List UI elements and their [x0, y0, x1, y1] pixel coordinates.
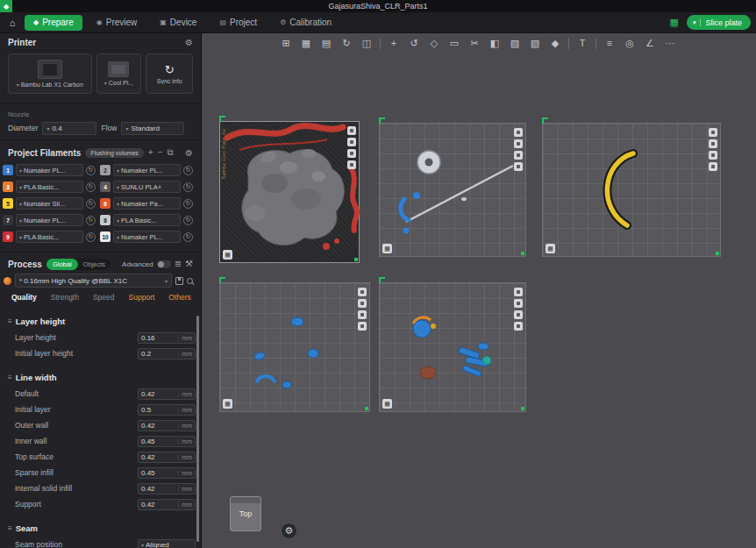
param-tab-strength[interactable]: Strength [44, 293, 86, 302]
plate-lock-button[interactable] [358, 288, 367, 296]
plate-lock-button[interactable] [709, 128, 717, 137]
move-icon[interactable]: + [387, 36, 401, 50]
plate-1-model[interactable] [220, 122, 360, 264]
plate-2[interactable]: ▦ [379, 123, 526, 257]
seam-paint-icon[interactable]: ◆ [548, 36, 562, 50]
filament-color-swatch-3[interactable]: 3 [3, 181, 13, 192]
printer-select-card[interactable]: ▾ Bambu Lab X1 Carbon [8, 53, 92, 94]
plate-settings-button[interactable] [347, 138, 356, 146]
filament-sync-icon[interactable]: ↻ [183, 166, 193, 175]
filament-sync-icon[interactable]: ↻ [86, 182, 96, 192]
search-settings-icon[interactable] [187, 278, 193, 284]
plate-3[interactable]: ▦ [542, 123, 721, 257]
process-preset-select[interactable]: * 0.16mm High Quality @BBL X1C ▾ [15, 274, 172, 288]
sidebar-scrollbar[interactable] [196, 316, 199, 542]
setting-input[interactable]: 0.42mm [138, 452, 196, 463]
scale-icon[interactable]: ◇ [427, 36, 441, 50]
plate-grid-icon[interactable]: ▦ [670, 17, 679, 28]
filament-color-swatch-6[interactable]: 6 [100, 198, 111, 209]
save-preset-icon[interactable] [175, 277, 183, 285]
plate-number-badge[interactable]: ▦ [223, 399, 232, 409]
printer-settings-gear-icon[interactable]: ⚙ [185, 38, 193, 47]
auto-orient-icon[interactable]: ↻ [339, 36, 353, 50]
ams-sync-icon[interactable]: ⧉ [168, 148, 174, 157]
slice-plate-button[interactable]: ▾ Slice plate [687, 15, 751, 30]
object-list-icon[interactable]: ≣ [175, 260, 182, 268]
plate-number-badge[interactable]: ▦ [382, 399, 392, 409]
process-scope-toggle[interactable]: Global Objects [46, 259, 111, 270]
add-filament-icon[interactable]: + [148, 148, 153, 157]
group-collapse-icon[interactable]: ≡ [8, 317, 12, 325]
plate-delete-button[interactable] [514, 162, 523, 171]
flushing-volumes-button[interactable]: Flushing volumes [85, 148, 143, 158]
plate-number-badge[interactable]: ▦ [546, 244, 555, 253]
tab-device[interactable]: ▣Device [151, 15, 205, 31]
tab-calibration[interactable]: ⚙Calibration [271, 15, 340, 31]
plate-name-button[interactable] [514, 310, 523, 319]
setting-input[interactable]: 0.45mm [138, 467, 196, 479]
plate-number-badge[interactable]: ▦ [382, 244, 392, 253]
filament-select-3[interactable]: ▾PLA Basic... [16, 181, 83, 193]
filament-sync-icon[interactable]: ↻ [86, 216, 96, 225]
plate-delete-button[interactable] [514, 322, 523, 331]
plate-settings-button[interactable] [514, 299, 523, 308]
setting-input[interactable]: 0.16mm [138, 332, 196, 344]
filament-color-swatch-7[interactable]: 7 [3, 215, 13, 225]
setting-input[interactable]: 0.5mm [138, 404, 196, 416]
plate-lock-button[interactable] [514, 288, 523, 296]
tab-preview[interactable]: ◉Preview [88, 15, 146, 31]
orientation-cube[interactable]: Top [230, 496, 261, 531]
filament-color-swatch-10[interactable]: 10 [100, 231, 111, 242]
boolean-icon[interactable]: ◧ [488, 36, 502, 50]
setting-input[interactable]: 0.42mm [138, 388, 196, 400]
tab-project[interactable]: ▤Project [210, 15, 266, 31]
plate-5[interactable]: ▦ [379, 282, 526, 412]
plate-name-button[interactable] [709, 151, 717, 160]
more-icon[interactable]: ⋯ [663, 36, 677, 50]
color-paint-icon[interactable]: ▧ [528, 36, 542, 50]
remove-filament-icon[interactable]: − [158, 148, 163, 157]
filament-color-swatch-9[interactable]: 9 [3, 231, 13, 242]
flow-select[interactable]: ▾ Standard [121, 122, 184, 135]
plate-5-model[interactable] [380, 283, 527, 413]
plate-number-badge[interactable]: ▦ [223, 250, 232, 260]
process-global-option[interactable]: Global [46, 259, 78, 270]
plate-delete-button[interactable] [709, 162, 717, 171]
diameter-select[interactable]: ▾ 0.4 [42, 122, 96, 135]
measure-icon[interactable]: ∠ [643, 36, 657, 50]
plate-3-model[interactable] [543, 124, 722, 258]
param-tab-others[interactable]: Others [161, 293, 198, 302]
filament-select-2[interactable]: ▾Numaker PL... [113, 164, 181, 176]
filament-sync-icon[interactable]: ↻ [86, 199, 96, 209]
filament-sync-icon[interactable]: ↻ [183, 199, 193, 209]
plate-4-model[interactable] [220, 283, 371, 413]
group-collapse-icon[interactable]: ≡ [8, 524, 12, 532]
filament-color-swatch-8[interactable]: 8 [100, 215, 111, 225]
param-tab-speed[interactable]: Speed [86, 293, 122, 302]
setting-input[interactable]: 0.42mm [138, 420, 196, 431]
setting-select[interactable]: ▾Aligned [138, 539, 196, 548]
rotate-icon[interactable]: ↺ [407, 36, 421, 50]
plate-settings-button[interactable] [514, 139, 523, 148]
filament-sync-icon[interactable]: ↻ [183, 216, 193, 225]
filament-select-1[interactable]: ▾Numaker PL... [16, 164, 83, 176]
slice-dropdown-icon[interactable]: ▾ [693, 19, 702, 26]
filament-select-4[interactable]: ▾SUNLU PLA+ [113, 181, 181, 193]
plate-name-button[interactable] [514, 151, 523, 160]
filament-sync-icon[interactable]: ↻ [183, 232, 193, 242]
filament-select-9[interactable]: ▾PLA Basic... [16, 231, 83, 243]
plate-settings-button[interactable] [709, 139, 717, 148]
param-tab-support[interactable]: Support [122, 293, 162, 302]
filament-select-7[interactable]: ▾Numaker PL... [16, 214, 83, 226]
sync-info-button[interactable]: ↻ Sync info [146, 53, 193, 94]
filament-color-swatch-2[interactable]: 2 [100, 165, 111, 175]
viewport-settings-gear-icon[interactable]: ⚙ [281, 523, 297, 539]
param-tab-quality[interactable]: Quality [4, 293, 44, 302]
plate-name-button[interactable] [358, 310, 367, 319]
filament-color-swatch-4[interactable]: 4 [100, 181, 111, 192]
filament-select-6[interactable]: ▾Numaker Pa... [113, 197, 181, 210]
add-plate-icon[interactable]: ▦ [299, 36, 313, 50]
arrange-icon[interactable]: ▤ [319, 36, 333, 50]
filament-select-5[interactable]: ▾Numaker Sil... [16, 197, 83, 210]
plate-lock-button[interactable] [514, 128, 523, 137]
